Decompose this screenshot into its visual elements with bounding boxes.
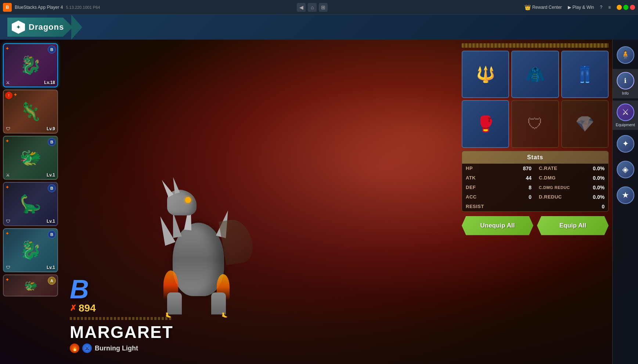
panel-top-decoration	[462, 43, 609, 48]
dragon-subtitle: Burning Light	[95, 345, 138, 352]
dragon-level-1: Lv.18	[44, 80, 55, 85]
dreduc-value: 0.0%	[593, 194, 605, 200]
stat-row-5: RESIST 0	[462, 202, 608, 211]
right-icon-skills[interactable]: ✦	[613, 132, 638, 156]
equip-slot-staff[interactable]: 🔱	[462, 51, 509, 98]
dragon-alert-2: !	[5, 92, 12, 99]
right-icon-person[interactable]: 🧍	[613, 43, 638, 67]
equip-slot-glove[interactable]: 🥊	[462, 100, 509, 148]
info-icon-circle: ℹ	[617, 72, 634, 90]
dragon-element-5: 🛡	[6, 265, 10, 270]
play-win-button[interactable]: ▶ Play & Win	[568, 5, 594, 10]
tab-button[interactable]: ⊞	[319, 3, 328, 12]
cdmg-value: 0.0%	[593, 175, 605, 181]
equip-slot-coat[interactable]: 🧥	[511, 51, 559, 98]
home-button[interactable]: ⌂	[308, 3, 317, 12]
dragon-card-3[interactable]: 🐲 B ✦ Lv.1 ⚔	[3, 136, 58, 180]
score-x-icon: ✗	[70, 303, 76, 313]
app-title: BlueStacks App Player 4	[15, 5, 63, 10]
dragon-badge-5: B	[48, 230, 56, 239]
right-icon-star[interactable]: ★	[613, 183, 638, 207]
dragon-score: 894	[79, 302, 96, 314]
stat-row-4: ACC 0 D.REDUC 0.0%	[462, 192, 608, 202]
maximize-button[interactable]	[623, 5, 628, 10]
dragon-badge-3: B	[48, 138, 56, 146]
equip-all-button[interactable]: Equip All	[537, 216, 609, 235]
game-header: ✦ Dragons	[0, 15, 638, 40]
cdmg-label: C.DMG	[539, 175, 556, 181]
right-icon-equipment[interactable]: ⚔ Equipment	[613, 101, 638, 130]
staff-icon: 🔱	[476, 65, 495, 83]
dragon-star-4: ✦	[5, 184, 10, 190]
pants-icon: 👖	[575, 65, 594, 83]
titlebar-nav[interactable]: ◀ ⌂ ⊞	[297, 3, 328, 12]
accessory-empty-icon: 💎	[575, 115, 594, 133]
dragon-level-3: Lv.1	[47, 172, 55, 178]
dragon-illustration: 🦶 🦶	[129, 125, 268, 327]
acc-value: 0	[529, 194, 531, 200]
dragon-card-2[interactable]: 🦎 ! ✦ Lv.9 🛡	[3, 90, 58, 134]
window-controls[interactable]	[617, 5, 635, 10]
coat-icon: 🧥	[526, 65, 545, 83]
glove-icon: 🥊	[476, 115, 495, 133]
stat-cdmg: C.DMG 0.0%	[535, 173, 608, 183]
equip-slot-accessory[interactable]: 💎	[561, 100, 609, 148]
right-panel: 🔱 🧥 👖 🥊 🛡 💎 Stats	[458, 40, 612, 364]
game-title: Dragons	[29, 22, 64, 32]
equip-slot-pants[interactable]: 👖	[561, 51, 609, 98]
dragon-star-6: ✦	[5, 277, 10, 283]
equipment-label: Equipment	[616, 123, 635, 127]
resist-value: 0	[602, 204, 605, 210]
stat-atk: ATK 44	[462, 173, 535, 183]
stat-hp: HP 870	[462, 164, 535, 173]
back-button[interactable]: ◀	[297, 3, 306, 12]
dragon-badge-6: A	[48, 277, 56, 285]
right-icon-info[interactable]: ℹ Info	[613, 69, 638, 98]
dragon-card-1[interactable]: 🐉 B ✦ Lv.18 ⚔	[3, 43, 58, 87]
help-icon: ?	[600, 5, 602, 10]
right-icon-runes[interactable]: ◈	[613, 158, 638, 181]
cdmgreduc-value: 0.0%	[593, 185, 605, 190]
dragon-card-5[interactable]: 🐉 B ✦ Lv.1 🛡	[3, 228, 58, 272]
stat-resist: RESIST 0	[462, 202, 608, 211]
minimize-button[interactable]	[617, 5, 622, 10]
def-label: DEF	[466, 185, 476, 190]
header-arrow-deco	[71, 15, 82, 40]
unequip-all-button[interactable]: Unequip All	[462, 216, 533, 235]
help-button[interactable]: ?	[600, 5, 602, 10]
stat-crate: C.RATE 0.0%	[535, 164, 608, 173]
person-icon: 🧍	[617, 46, 634, 64]
game-logo-icon: ✦	[12, 21, 25, 34]
crate-value: 0.0%	[593, 165, 605, 171]
stat-row-2: ATK 44 C.DMG 0.0%	[462, 173, 608, 183]
game-logo: ✦ Dragons	[7, 18, 73, 37]
menu-button[interactable]: ≡	[608, 5, 611, 10]
dragon-star-5: ✦	[5, 230, 10, 236]
dreduc-label: D.REDUC	[539, 194, 562, 200]
hp-value: 870	[523, 165, 531, 171]
dragon-element-4: 🛡	[6, 219, 10, 224]
dragon-level-2: Lv.9	[47, 126, 55, 131]
play-win-label: Play & Win	[573, 5, 594, 10]
dragon-star-2: ✦	[13, 92, 18, 98]
play-icon: ▶	[568, 5, 571, 10]
dragon-level-4: Lv.1	[47, 219, 55, 224]
app-version: 5.13.220.1001 P64	[66, 5, 100, 10]
stats-header: Stats	[462, 151, 608, 164]
atk-label: ATK	[466, 175, 476, 181]
dragon-card-4[interactable]: 🦕 B ✦ Lv.1 🛡	[3, 182, 58, 226]
info-label: Info	[622, 91, 628, 95]
dragon-card-6[interactable]: 🐲 A ✦	[3, 274, 58, 296]
equip-slot-shield[interactable]: 🛡	[511, 100, 559, 148]
element-fire-icon: 🔥	[70, 343, 79, 353]
star-icon: ★	[617, 186, 634, 204]
stat-dreduc: D.REDUC 0.0%	[535, 192, 608, 202]
dragon-element-3: ⚔	[6, 172, 10, 178]
dragon-badge-1: B	[48, 46, 56, 54]
reward-center-button[interactable]: 👑 Reward Center	[525, 4, 562, 10]
dragon-element-2: 🛡	[6, 126, 10, 131]
close-button[interactable]	[630, 5, 635, 10]
shield-empty-icon: 🛡	[527, 115, 543, 133]
crate-label: C.RATE	[539, 165, 557, 171]
reward-center-label: Reward Center	[532, 5, 562, 10]
